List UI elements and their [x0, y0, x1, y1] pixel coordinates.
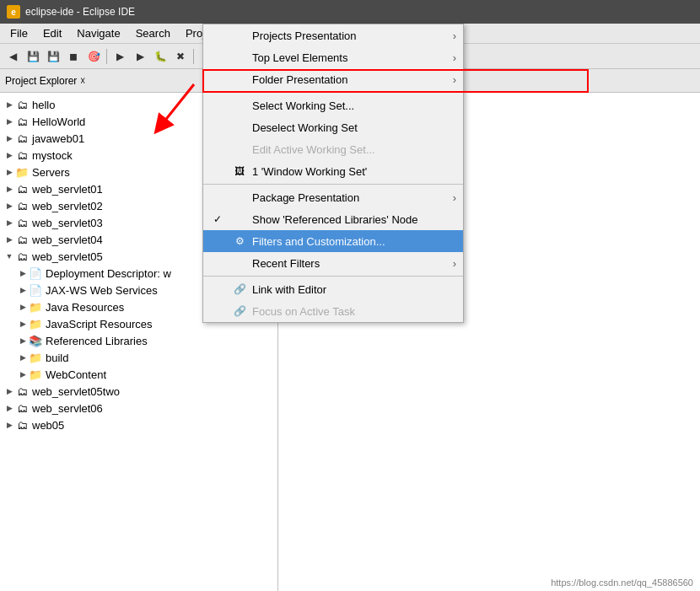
tree-toggle[interactable]: ▶ [3, 217, 15, 228]
dropdown-menu: Projects Presentation›Top Level Elements… [202, 24, 464, 323]
tree-item-label: JavaScript Resources [46, 318, 152, 330]
menu-item-icon-empty [232, 191, 247, 204]
tree-item-label: Deployment Descriptor: w [46, 267, 171, 280]
menu-item[interactable]: ⚙Filters and Customization... [203, 230, 463, 252]
tree-toggle[interactable]: ▶ [3, 402, 15, 414]
menu-item[interactable]: 🖼1 'Window Working Set' [203, 160, 463, 182]
menu-separator [203, 276, 463, 277]
menu-item-label: Edit Active Working Set... [252, 143, 453, 156]
tree-toggle[interactable]: ▶ [3, 166, 15, 178]
toolbar-debug[interactable]: 🐛 [151, 47, 170, 66]
menu-search[interactable]: Search [129, 25, 177, 41]
toolbar-back[interactable]: ◀ [3, 47, 22, 66]
tree-item[interactable]: ▶📁WebContent [0, 366, 277, 383]
menu-item-label: Package Presentation [252, 191, 453, 204]
menu-item[interactable]: Package Presentation› [203, 186, 463, 208]
menu-item: 🔗Focus on Active Task [203, 300, 463, 322]
tree-icon: 🗂 [15, 418, 29, 432]
menu-item-icon-empty [232, 212, 247, 226]
menu-item[interactable]: Select Working Set... [203, 94, 463, 116]
menu-item[interactable]: Deselect Working Set [203, 116, 463, 138]
tree-item[interactable]: ▶🗂web05 [0, 416, 277, 433]
tree-item-label: HelloWorld [32, 116, 85, 128]
tree-toggle[interactable]: ▶ [3, 183, 15, 195]
tree-item-label: build [46, 352, 68, 364]
tree-item[interactable]: ▶📚Referenced Libraries [0, 332, 277, 349]
tree-toggle[interactable]: ▶ [3, 116, 15, 127]
tree-icon: 📁 [29, 351, 42, 364]
tree-item-label: web_servlet05two [32, 385, 120, 398]
toolbar-target[interactable]: 🎯 [84, 47, 103, 66]
tree-item-label: JAX-WS Web Services [46, 284, 158, 297]
tree-icon: 📁 [29, 368, 42, 381]
tree-item-label: Servers [32, 166, 70, 179]
toolbar-save2[interactable]: 💾 [44, 47, 62, 66]
menu-file[interactable]: File [3, 25, 35, 41]
submenu-arrow-icon: › [453, 51, 456, 64]
tree-item-label: javaweb01 [32, 132, 84, 145]
menu-item[interactable]: Projects Presentation› [203, 24, 463, 46]
main-area: Project Explorer ☓ ⊟ 🔗 ▾ ▶🗂hello▶🗂HelloW… [0, 69, 700, 591]
tree-item-label: web_servlet02 [32, 200, 103, 212]
tree-toggle[interactable]: ▶ [17, 284, 29, 296]
menu-item-icon: 🖼 [232, 164, 247, 178]
tree-item[interactable]: ▶🗂web_servlet05two [0, 383, 277, 400]
menu-item[interactable]: Recent Filters› [203, 252, 463, 274]
tree-toggle[interactable]: ▶ [17, 368, 29, 380]
tree-toggle[interactable]: ▶ [17, 335, 29, 347]
menu-item-icon: 🔗 [232, 282, 247, 296]
toolbar-save3[interactable]: ◼ [64, 47, 83, 66]
tree-item[interactable]: ▶📁build [0, 349, 277, 366]
tree-item[interactable]: ▶🗂web_servlet06 [0, 400, 277, 416]
tree-icon: 🗂 [15, 115, 29, 128]
tree-toggle[interactable]: ▶ [3, 419, 15, 431]
tree-item-label: web_servlet01 [32, 183, 103, 196]
sep2 [193, 49, 194, 64]
tree-toggle[interactable]: ▶ [3, 99, 15, 110]
menu-item-icon-empty [232, 29, 247, 42]
menu-item[interactable]: Folder Presentation› [203, 68, 463, 90]
tree-toggle[interactable]: ▶ [17, 318, 29, 330]
toolbar-run[interactable]: ▶ [110, 47, 129, 66]
tree-toggle[interactable]: ▶ [3, 234, 15, 245]
tree-item-label: web_servlet06 [32, 402, 103, 415]
watermark: https://blog.csdn.net/qq_45886560 [551, 578, 693, 588]
tree-toggle[interactable]: ▶ [17, 352, 29, 363]
menu-navigate[interactable]: Navigate [70, 25, 127, 41]
tree-item-label: hello [32, 99, 55, 111]
tree-toggle[interactable]: ▶ [3, 200, 15, 212]
tree-icon: 🗂 [15, 132, 29, 145]
toolbar-run2[interactable]: ▶ [131, 47, 149, 66]
tree-toggle[interactable]: ▶ [3, 385, 15, 397]
tree-icon: 🗂 [15, 384, 29, 398]
tree-icon: 📄 [29, 283, 42, 297]
menu-item-label: 1 'Window Working Set' [252, 165, 453, 178]
menu-item-label: Link with Editor [252, 283, 453, 296]
tree-item-label: Referenced Libraries [46, 335, 148, 347]
title-bar: e eclipse-ide - Eclipse IDE [0, 0, 700, 24]
menu-item[interactable]: Top Level Elements› [203, 46, 463, 68]
tree-toggle[interactable]: ▶ [3, 149, 15, 161]
menu-item-label: Select Working Set... [252, 99, 453, 112]
menu-item-icon-empty [232, 51, 247, 64]
menu-item-icon: 🔗 [232, 304, 247, 318]
menu-item[interactable]: 🔗Link with Editor [203, 278, 463, 300]
tree-item-label: web05 [32, 419, 64, 432]
tree-item-label: mystock [32, 149, 73, 162]
tree-toggle[interactable]: ▶ [17, 267, 29, 279]
tree-icon: 🗂 [15, 401, 29, 415]
tree-toggle[interactable]: ▼ [3, 250, 15, 262]
menu-item-icon-empty [232, 121, 247, 134]
tree-item-label: web_servlet05 [32, 250, 103, 263]
tree-toggle[interactable]: ▶ [17, 301, 29, 313]
toolbar-x[interactable]: ✖ [171, 47, 190, 66]
tree-toggle[interactable]: ▶ [3, 132, 15, 144]
sep1 [106, 49, 107, 64]
toolbar-save[interactable]: 💾 [24, 47, 42, 66]
menu-check: ✓ [213, 213, 227, 225]
submenu-arrow-icon: › [453, 73, 456, 86]
menu-item[interactable]: ✓Show 'Referenced Libraries' Node [203, 208, 463, 230]
menu-edit[interactable]: Edit [36, 25, 68, 41]
menu-item-label: Projects Presentation [252, 30, 453, 42]
tree-icon: 📁 [29, 317, 42, 330]
